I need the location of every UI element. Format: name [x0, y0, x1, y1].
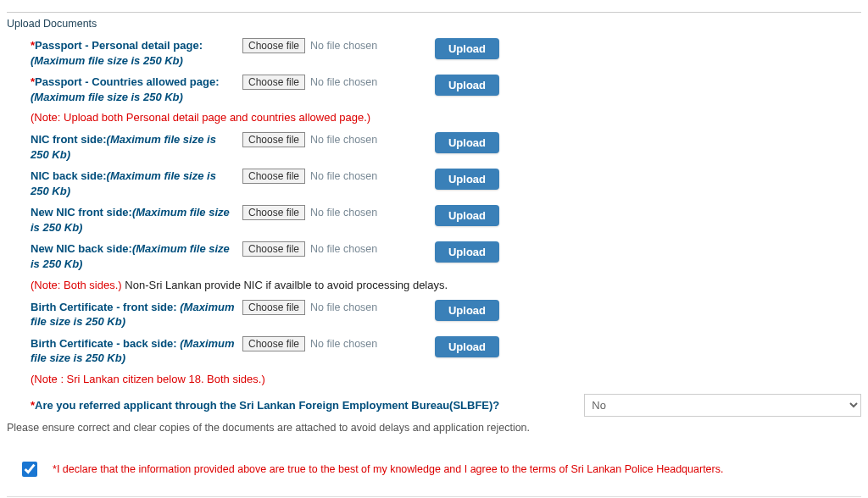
no-file-label: No file chosen — [310, 338, 377, 350]
upload-button[interactable]: Upload — [435, 300, 499, 321]
upload-button[interactable]: Upload — [435, 241, 499, 263]
upload-button[interactable]: Upload — [435, 169, 499, 190]
note-text: (Note: Both sides.) Non-Sri Lankan provi… — [31, 279, 861, 291]
choose-file-button[interactable]: Choose file — [242, 169, 305, 184]
upload-row: New NIC front side:(Maximum file size is… — [31, 205, 861, 235]
upload-row: NIC front side:(Maximum file size is 250… — [31, 132, 861, 162]
upload-button[interactable]: Upload — [435, 38, 499, 59]
slbfe-question-label: *Are you referred applicant through the … — [31, 399, 584, 412]
upload-label: New NIC front side:(Maximum file size is… — [31, 206, 230, 234]
no-file-label: No file chosen — [310, 76, 377, 88]
upload-button[interactable]: Upload — [435, 75, 499, 96]
note-text: (Note: Upload both Personal detail page … — [31, 111, 861, 124]
no-file-label: No file chosen — [310, 243, 377, 255]
declaration-checkbox[interactable] — [22, 462, 37, 477]
upload-label: New NIC back side:(Maximum file size is … — [31, 242, 230, 270]
no-file-label: No file chosen — [310, 302, 377, 313]
upload-button[interactable]: Upload — [435, 132, 499, 153]
no-file-label: No file chosen — [310, 134, 377, 146]
upload-label: *Passport - Personal detail page: (Maxim… — [31, 39, 203, 67]
section-title: Upload Documents — [7, 18, 861, 30]
upload-label: NIC back side:(Maximum file size is 250 … — [31, 169, 216, 197]
choose-file-button[interactable]: Choose file — [242, 336, 305, 351]
upload-label: *Passport - Countries allowed page: (Max… — [31, 75, 220, 103]
upload-label: Birth Certificate - front side: (Maximum… — [31, 301, 235, 329]
upload-row: Birth Certificate - back side: (Maximum … — [31, 336, 861, 366]
upload-row: *Passport - Countries allowed page: (Max… — [31, 75, 861, 104]
no-file-label: No file chosen — [310, 40, 377, 52]
slbfe-select[interactable]: No — [584, 394, 861, 417]
upload-button[interactable]: Upload — [435, 205, 499, 226]
upload-label: Birth Certificate - back side: (Maximum … — [31, 337, 235, 365]
choose-file-button[interactable]: Choose file — [242, 205, 305, 220]
choose-file-button[interactable]: Choose file — [242, 132, 305, 147]
choose-file-button[interactable]: Choose file — [242, 241, 305, 257]
choose-file-button[interactable]: Choose file — [242, 38, 305, 53]
declaration-text: *I declare that the information provided… — [53, 463, 723, 475]
upload-row: New NIC back side:(Maximum file size is … — [31, 241, 861, 271]
upload-row: *Passport - Personal detail page: (Maxim… — [31, 38, 861, 68]
upload-row: NIC back side:(Maximum file size is 250 … — [31, 169, 861, 198]
note-text: (Note : Sri Lankan citizen below 18. Bot… — [31, 373, 861, 385]
upload-label: NIC front side:(Maximum file size is 250… — [31, 133, 216, 161]
choose-file-button[interactable]: Choose file — [242, 75, 305, 90]
upload-row: Birth Certificate - front side: (Maximum… — [31, 300, 861, 329]
no-file-label: No file chosen — [310, 207, 377, 219]
upload-button[interactable]: Upload — [435, 336, 499, 357]
choose-file-button[interactable]: Choose file — [242, 300, 305, 315]
no-file-label: No file chosen — [310, 170, 377, 182]
help-text: Please ensure correct and clear copies o… — [7, 422, 861, 434]
